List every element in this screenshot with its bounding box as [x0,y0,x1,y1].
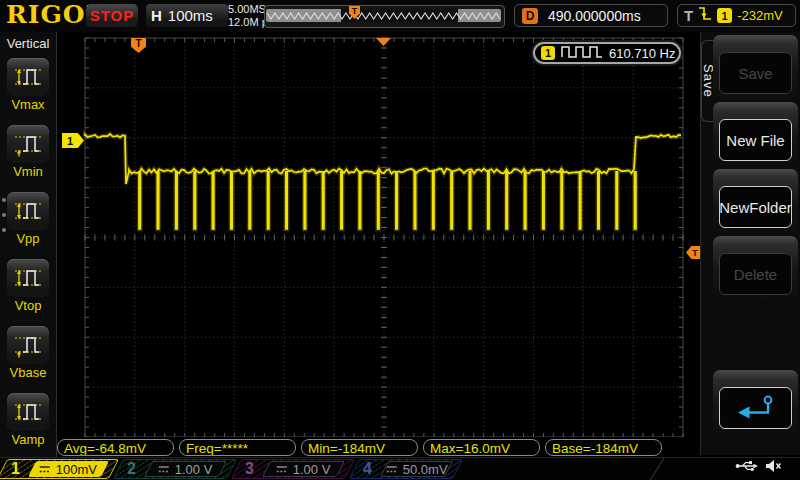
dc-coupling-icon [276,462,288,477]
channel-scale-value: 50.0mV [403,462,448,477]
measurement-bar: Avg=-64.8mVFreq=*****Min=-184mVMax=16.0m… [57,437,700,457]
menu-page-dots [2,198,6,243]
left-menu-item-vamp[interactable]: Vamp [0,393,56,458]
vmin-icon[interactable] [7,125,49,163]
soft-menu-items: SaveNew FileNewFolderDelete [713,35,798,437]
menu-slot [713,370,798,434]
delay-icon: D [522,8,538,24]
measurement-base: Base=-184mV [545,439,662,456]
trigger-readout: T 1 -232mV [677,4,796,27]
measurement-min: Min=-184mV [301,439,418,456]
system-status-icons [735,459,782,477]
channel-scale-value: 1.00 V [175,462,213,477]
graticule [57,32,700,437]
vtop-icon[interactable] [7,259,49,297]
square-wave-icon [561,44,603,62]
left-menu-item-vpp[interactable]: Vpp [0,192,56,257]
trigger-level-value: -232mV [737,8,783,23]
channel-3-block[interactable]: 31.00 V [236,459,350,479]
left-menu: Vertical VmaxVminVppVtopVbaseVamp [0,32,57,457]
dc-coupling-icon [386,462,398,477]
left-menu-item-label: Vmin [0,164,56,179]
ch1-waveform-glow [85,134,681,229]
timebase-value: 100ms [168,7,213,24]
vamp-icon[interactable] [7,393,49,431]
left-menu-item-label: Vmax [0,97,56,112]
channel-scale-value: 100mV [56,462,97,477]
menu-slot: NewFolder [713,169,798,233]
horizontal-label: H [151,7,162,24]
left-menu-item-label: Vpp [0,231,56,246]
vpp-icon[interactable] [7,192,49,230]
channel-4-block[interactable]: 450.0mV [354,459,458,479]
dc-coupling-icon [39,462,51,477]
frequency-counter: 1 610.710 Hz [533,42,681,64]
menu-slot: Save [713,35,798,99]
channel-scale-chip: 1.00 V [144,461,227,477]
speaker-muted-icon [765,459,782,477]
oscilloscope-screen: RIGOL STOP H 100ms 5.00MSa/s 12.0M pts T… [0,0,800,480]
menu-item-return[interactable] [719,387,792,429]
counter-channel-badge: 1 [541,46,555,60]
channel-scale: 1.00 V [158,462,213,477]
measurement-avg: Avg=-64.8mV [57,439,174,456]
measurement-cells: Avg=-64.8mVFreq=*****Min=-184mVMax=16.0m… [57,439,662,456]
channel-number: 2 [127,460,136,478]
left-menu-item-label: Vtop [0,298,56,313]
menu-item-save: Save [719,52,792,94]
delay-value: 490.000000ms [548,8,641,24]
menu-slot: Delete [713,236,798,300]
menu-slot: New File [713,102,798,166]
falling-edge-icon [698,5,712,26]
measurement-freq: Freq=***** [179,439,296,456]
menu-item-newfolder[interactable]: NewFolder [719,186,792,228]
channel-number: 3 [245,460,254,478]
waveform-memory-bar: T [264,5,505,28]
channel-scale: 50.0mV [386,462,448,477]
run-state-button[interactable]: STOP [86,4,138,27]
vmax-icon[interactable] [7,58,49,96]
left-menu-item-label: Vbase [0,365,56,380]
channel-number: 1 [11,460,20,478]
waveform-display [57,32,700,437]
channel-scale-chip: 1.00 V [262,461,345,477]
top-bar: RIGOL STOP H 100ms 5.00MSa/s 12.0M pts T… [0,0,800,33]
horizontal-offset-readout: D 490.000000ms [514,4,668,27]
menu-item-new-file[interactable]: New File [719,119,792,161]
menu-item-delete: Delete [719,253,792,295]
left-menu-item-vtop[interactable]: Vtop [0,259,56,324]
dc-coupling-icon [158,462,170,477]
channel-scale-value: 1.00 V [293,462,331,477]
channel-number: 4 [363,460,372,478]
channel-scale: 100mV [39,462,97,477]
channel-status-bar: 1100mV21.00 V31.00 V450.0mV [0,457,800,480]
soft-menu: Save SaveNew FileNewFolderDelete [700,32,800,455]
left-menu-item-vmax[interactable]: Vmax [0,58,56,123]
channel-scale: 1.00 V [276,462,331,477]
left-menu-title: Vertical [0,36,56,51]
left-menu-item-label: Vamp [0,432,56,447]
menu-slot-empty [713,303,798,367]
left-menu-item-vbase[interactable]: Vbase [0,326,56,391]
left-menu-item-vmin[interactable]: Vmin [0,125,56,190]
channel-scale-chip: 50.0mV [380,461,453,477]
vbase-icon[interactable] [7,326,49,364]
measurement-max: Max=16.0mV [423,439,540,456]
trigger-source-badge: 1 [717,8,732,23]
return-arrow-icon [733,393,779,424]
memory-wave-thumbnail [265,6,502,25]
usb-icon [735,459,759,477]
left-menu-items: VmaxVminVppVtopVbaseVamp [0,56,56,458]
channel-1-block[interactable]: 1100mV [2,459,114,479]
channel-scale-chip: 100mV [28,461,109,477]
timebase-control[interactable]: H 100ms [146,4,228,27]
channel-2-block[interactable]: 21.00 V [118,459,232,479]
trigger-label: T [684,7,693,24]
counter-value: 610.710 Hz [609,46,676,61]
